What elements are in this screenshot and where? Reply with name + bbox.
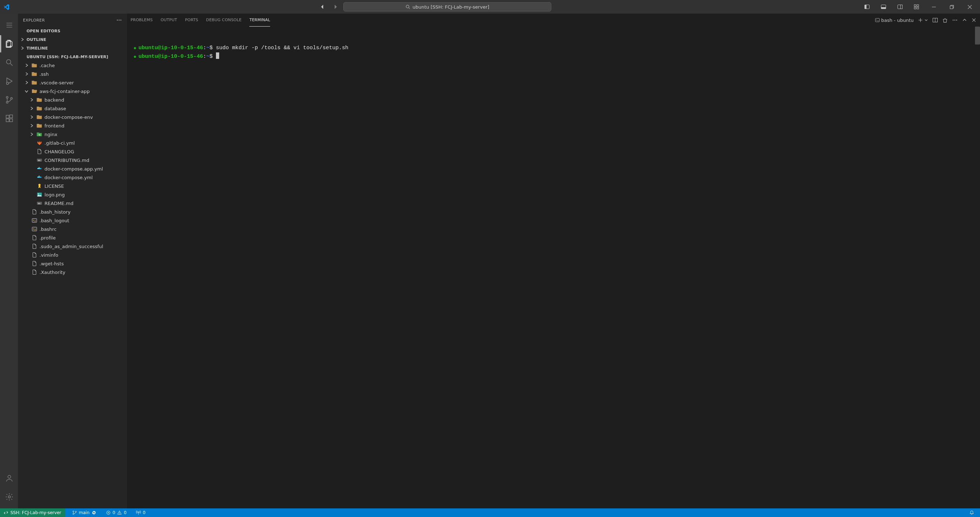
- nav-forward-button[interactable]: [330, 2, 340, 12]
- activity-run-debug-icon[interactable]: [0, 72, 18, 90]
- gitlab-icon: [37, 140, 42, 146]
- tab-output[interactable]: OUTPUT: [161, 14, 177, 27]
- tab-terminal[interactable]: TERMINAL: [249, 14, 270, 27]
- panel-close-button[interactable]: [971, 18, 977, 22]
- prompt-bullet-icon: ●: [134, 45, 138, 50]
- tree-item[interactable]: .bash_history: [18, 207, 127, 216]
- tree-item[interactable]: .wget-hsts: [18, 259, 127, 268]
- prompt-command: sudo mkdir -p /tools && vi tools/setup.s…: [216, 45, 348, 51]
- svg-rect-23: [10, 119, 13, 122]
- terminal-shell-selector[interactable]: bash - ubuntu: [875, 18, 914, 23]
- status-problems[interactable]: 0 0: [103, 508, 129, 517]
- status-notifications[interactable]: [967, 508, 977, 517]
- tree-item[interactable]: .sudo_as_admin_successful: [18, 242, 127, 251]
- tree-item[interactable]: .Xauthority: [18, 268, 127, 276]
- tree-item[interactable]: M↓CONTRIBUTING.md: [18, 156, 127, 164]
- tree-item[interactable]: .bashrc: [18, 225, 127, 233]
- tree-item[interactable]: .ssh: [18, 70, 127, 78]
- terminal-kill-button[interactable]: [942, 18, 948, 23]
- tree-item[interactable]: .viminfo: [18, 251, 127, 259]
- svg-point-52: [73, 511, 74, 512]
- main-area: EXPLORER OPEN EDITORS OUTLINE TIMELINE U…: [0, 14, 980, 508]
- svg-point-19: [6, 102, 8, 104]
- status-branch[interactable]: main: [70, 508, 99, 517]
- twisty-icon: [24, 80, 29, 85]
- section-timeline[interactable]: TIMELINE: [18, 44, 127, 53]
- layout-secondary-sidebar-icon[interactable]: [892, 2, 908, 12]
- tree-item[interactable]: docker-compose.app.yml: [18, 164, 127, 173]
- layout-panel-icon[interactable]: [876, 2, 891, 12]
- panel-chevron-icon[interactable]: [962, 18, 967, 22]
- window-close-button[interactable]: [961, 2, 978, 12]
- window-minimize-button[interactable]: [926, 2, 942, 12]
- tree-item[interactable]: M↓README.md: [18, 199, 127, 207]
- terminal-split-button[interactable]: [932, 17, 938, 23]
- terminal-cursor: [216, 53, 219, 59]
- status-remote-indicator[interactable]: SSH: FCJ-Lab-my-server: [0, 508, 65, 517]
- terminal-more-icon[interactable]: [952, 17, 958, 23]
- status-ports[interactable]: 0: [134, 508, 148, 517]
- svg-rect-6: [898, 5, 902, 9]
- window-maximize-button[interactable]: [943, 2, 960, 12]
- tree-item[interactable]: .gitlab-ci.yml: [18, 139, 127, 147]
- tree-item[interactable]: Nnginx: [18, 130, 127, 139]
- terminal-line: ●ubuntu@ip-10-0-15-46:~$ sudo mkdir -p /…: [134, 44, 974, 53]
- nav-back-button[interactable]: [317, 2, 328, 12]
- folder-open-icon: [32, 88, 37, 94]
- section-outline[interactable]: OUTLINE: [18, 35, 127, 44]
- panel-area: PROBLEMS OUTPUT PORTS DEBUG CONSOLE TERM…: [127, 14, 980, 508]
- tree-item[interactable]: database: [18, 104, 127, 113]
- svg-point-18: [6, 97, 8, 98]
- tree-item[interactable]: .bash_logout: [18, 216, 127, 225]
- search-icon: [405, 4, 410, 10]
- svg-rect-45: [32, 227, 37, 231]
- tree-item[interactable]: aws-fcj-container-app: [18, 87, 127, 96]
- tree-item-label: .bash_logout: [40, 218, 69, 223]
- md-icon: M↓: [37, 200, 42, 206]
- terminal-content[interactable]: ●ubuntu@ip-10-0-15-46:~$ sudo mkdir -p /…: [127, 27, 980, 508]
- tree-item[interactable]: CHANGELOG: [18, 147, 127, 156]
- file-icon: [32, 252, 37, 258]
- activity-menu-icon[interactable]: [0, 16, 18, 34]
- file-tree[interactable]: .cache.ssh.vscode-serveraws-fcj-containe…: [18, 61, 127, 508]
- activity-extensions-icon[interactable]: [0, 110, 18, 127]
- layout-primary-sidebar-icon[interactable]: [859, 2, 875, 12]
- activity-accounts-icon[interactable]: [0, 470, 18, 487]
- folder-nginx-icon: N: [37, 131, 42, 137]
- folder-icon: [37, 114, 42, 120]
- tree-item[interactable]: .profile: [18, 233, 127, 242]
- svg-rect-36: [38, 177, 38, 177]
- tree-item[interactable]: .vscode-server: [18, 78, 127, 87]
- section-workspace[interactable]: UBUNTU [SSH: FCJ-LAB-MY-SERVER]: [18, 53, 127, 61]
- tree-item-label: .cache: [40, 63, 55, 68]
- tree-item[interactable]: frontend: [18, 121, 127, 130]
- tree-item-label: frontend: [45, 123, 64, 129]
- activity-source-control-icon[interactable]: [0, 91, 18, 109]
- titlebar: ubuntu [SSH: FCJ-Lab-my-server]: [0, 0, 980, 14]
- tree-item[interactable]: logo.png: [18, 190, 127, 199]
- section-open-editors[interactable]: OPEN EDITORS: [18, 27, 127, 35]
- customize-layout-icon[interactable]: [909, 2, 924, 12]
- tree-item[interactable]: .cache: [18, 61, 127, 70]
- activity-explorer-icon[interactable]: [0, 35, 18, 53]
- twisty-icon: [24, 269, 29, 275]
- tree-item[interactable]: LICENSE: [18, 182, 127, 190]
- tree-item-label: CHANGELOG: [45, 149, 74, 155]
- activity-settings-icon[interactable]: [0, 488, 18, 506]
- twisty-icon: [29, 97, 35, 103]
- sidebar-more-icon[interactable]: [116, 17, 122, 23]
- tree-item[interactable]: docker-compose.yml: [18, 173, 127, 182]
- prompt-path: ~: [206, 45, 210, 51]
- terminal-scrollbar[interactable]: [975, 27, 980, 508]
- terminal-new-button[interactable]: [918, 18, 928, 22]
- tab-problems[interactable]: PROBLEMS: [130, 14, 153, 27]
- panel-tabs: PROBLEMS OUTPUT PORTS DEBUG CONSOLE TERM…: [127, 14, 980, 27]
- tree-item[interactable]: docker-compose-env: [18, 113, 127, 121]
- tree-item[interactable]: backend: [18, 96, 127, 104]
- svg-rect-14: [950, 6, 953, 9]
- tab-debug-console[interactable]: DEBUG CONSOLE: [206, 14, 242, 27]
- tab-ports[interactable]: PORTS: [185, 14, 198, 27]
- command-center-search[interactable]: ubuntu [SSH: FCJ-Lab-my-server]: [343, 2, 551, 11]
- svg-rect-5: [881, 7, 886, 9]
- activity-search-icon[interactable]: [0, 54, 18, 71]
